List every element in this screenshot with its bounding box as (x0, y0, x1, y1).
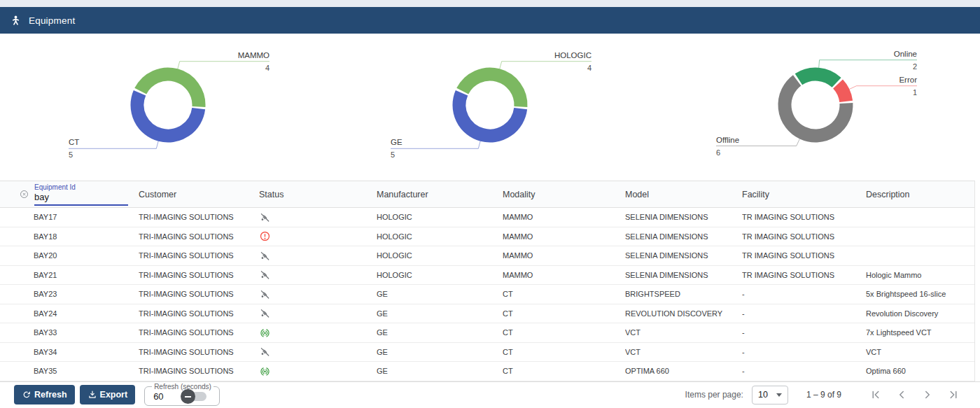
chart-segment-label: HOLOGIC (554, 51, 592, 59)
facility-cell: - (742, 328, 866, 337)
equipment-id-filter-field[interactable]: Equipment Id (34, 183, 128, 206)
facility-cell: TR IMAGING SOLUTIONS (742, 251, 866, 260)
items-per-page-value: 10 (758, 390, 768, 400)
wifi-off-icon (259, 307, 271, 319)
status-online-cell (259, 327, 377, 339)
chart-segment-label: Online (894, 50, 917, 58)
page-title: Equipment (29, 15, 75, 26)
facility-cell: - (742, 290, 866, 298)
chart-segment-value: 4 (265, 64, 270, 72)
table-row-bay17[interactable]: BAY17TRI-IMAGING SOLUTIONS HOLOGICMAMMOS… (0, 208, 974, 227)
table-row-bay20[interactable]: BAY20TRI-IMAGING SOLUTIONS HOLOGICMAMMOS… (0, 246, 974, 266)
refresh-button[interactable]: Refresh (14, 385, 75, 405)
table-row-bay18[interactable]: BAY18TRI-IMAGING SOLUTIONS HOLOGICMAMMOS… (0, 227, 974, 247)
status-donut-segment-online (799, 74, 836, 83)
table-row-bay21[interactable]: BAY21TRI-IMAGING SOLUTIONS HOLOGICMAMMOS… (0, 266, 974, 286)
modality-donut-segment-mammo (141, 74, 199, 106)
top-strip (0, 0, 980, 7)
model-cell: REVOLUTION DISCOVERY (625, 309, 742, 318)
chevron-left-icon (895, 388, 908, 401)
chevron-right-icon (921, 388, 934, 401)
chart-segment-label: Offline (716, 136, 739, 144)
customer-cell: TRI-IMAGING SOLUTIONS (139, 348, 259, 356)
table-body: BAY17TRI-IMAGING SOLUTIONS HOLOGICMAMMOS… (0, 208, 974, 381)
column-header-manufacturer: Manufacturer (377, 190, 503, 199)
wifi-off-icon (259, 269, 271, 281)
facility-cell: TR IMAGING SOLUTIONS (742, 213, 866, 221)
status-offline-cell (259, 211, 377, 223)
status-online-cell (259, 365, 377, 377)
caret-down-icon (776, 393, 782, 397)
pagination-range: 1 – 9 of 9 (806, 390, 841, 400)
next-page-button[interactable] (914, 383, 940, 407)
status-offline-cell (259, 346, 377, 358)
previous-page-button[interactable] (888, 383, 914, 407)
callout-line (178, 62, 270, 69)
error-icon (259, 230, 271, 242)
table-row-bay34[interactable]: BAY34TRI-IMAGING SOLUTIONS GECTVCT-VCT (0, 343, 974, 363)
model-cell: VCT (625, 348, 742, 356)
callout-line (500, 62, 592, 69)
manufacturer-cell: HOLOGIC (377, 271, 503, 279)
callout-line (69, 141, 158, 149)
chart-segment-value: 5 (391, 150, 395, 159)
equipment-id-cell: BAY34 (34, 348, 139, 356)
description-cell: VCT (866, 348, 974, 356)
clear-filter-icon[interactable] (19, 189, 29, 199)
refresh-button-label: Refresh (34, 390, 67, 400)
export-button[interactable]: Export (80, 385, 136, 405)
manufacturer-cell: GE (377, 309, 503, 318)
manufacturer-cell: GE (377, 328, 503, 337)
manufacturer-donut-chart: HOLOGIC4GE5 (357, 40, 630, 169)
chart-segment-label: Error (899, 76, 917, 84)
equipment-id-cell: BAY20 (34, 251, 139, 260)
modality-donut-chart: MAMMO4CT5 (35, 40, 308, 169)
modality-cell: CT (503, 290, 625, 298)
modality-cell: CT (503, 367, 625, 375)
column-header-model: Model (625, 190, 742, 199)
column-header-modality: Modality (503, 190, 625, 199)
chart-segment-value: 1 (913, 88, 917, 97)
facility-cell: - (742, 309, 866, 318)
customer-cell: TRI-IMAGING SOLUTIONS (139, 367, 259, 375)
chart-segment-label: MAMMO (238, 51, 270, 59)
table-row-bay23[interactable]: BAY23TRI-IMAGING SOLUTIONS GECTBRIGHTSPE… (0, 285, 974, 304)
table-row-bay35[interactable]: BAY35TRI-IMAGING SOLUTIONS GECTOPTIMA 66… (0, 362, 974, 381)
callout-line (850, 86, 918, 90)
filter-label: Equipment Id (34, 183, 128, 191)
last-page-button[interactable] (940, 383, 966, 407)
column-header-customer: Customer (139, 190, 259, 199)
manufacturer-cell: GE (377, 290, 503, 298)
chart-segment-value: 4 (587, 64, 592, 72)
manufacturer-cell: GE (377, 367, 503, 375)
first-page-button[interactable] (862, 383, 888, 407)
modality-cell: CT (503, 348, 625, 356)
table-row-bay33[interactable]: BAY33TRI-IMAGING SOLUTIONS GECTVCT-7x Li… (0, 323, 974, 343)
description-cell: 5x Brightspeed 16-slice (866, 290, 974, 298)
column-header-description: Description (866, 190, 974, 199)
filter-input[interactable] (34, 192, 128, 202)
equipment-id-cell: BAY23 (34, 290, 139, 298)
manufacturer-donut-segment-hologic (463, 74, 521, 106)
first-page-icon (869, 388, 882, 401)
chart-segment-value: 5 (69, 150, 73, 159)
table-row-bay24[interactable]: BAY24TRI-IMAGING SOLUTIONS GECTREVOLUTIO… (0, 304, 974, 324)
status-error-cell (259, 230, 377, 242)
equipment-id-cell: BAY35 (34, 367, 139, 375)
refresh-seconds-input[interactable] (152, 391, 176, 402)
equipment-id-cell: BAY21 (34, 271, 139, 279)
status-offline-cell (259, 288, 377, 300)
column-header-status: Status (259, 190, 377, 199)
equipment-id-cell: BAY33 (34, 328, 139, 337)
customer-cell: TRI-IMAGING SOLUTIONS (139, 232, 259, 241)
modality-cell: MAMMO (503, 251, 625, 260)
equipment-id-cell: BAY18 (34, 232, 139, 241)
description-cell: Revolution Discovery (866, 309, 974, 318)
refresh-toggle[interactable] (183, 392, 206, 401)
facility-cell: TR IMAGING SOLUTIONS (742, 232, 866, 241)
description-cell: Optima 660 (866, 367, 974, 375)
table-header-row: Equipment Id CustomerStatusManufacturerM… (0, 181, 974, 208)
model-cell: OPTIMA 660 (625, 367, 742, 375)
items-per-page-select[interactable]: 10 (752, 386, 788, 405)
chart-segment-label: CT (69, 138, 79, 146)
